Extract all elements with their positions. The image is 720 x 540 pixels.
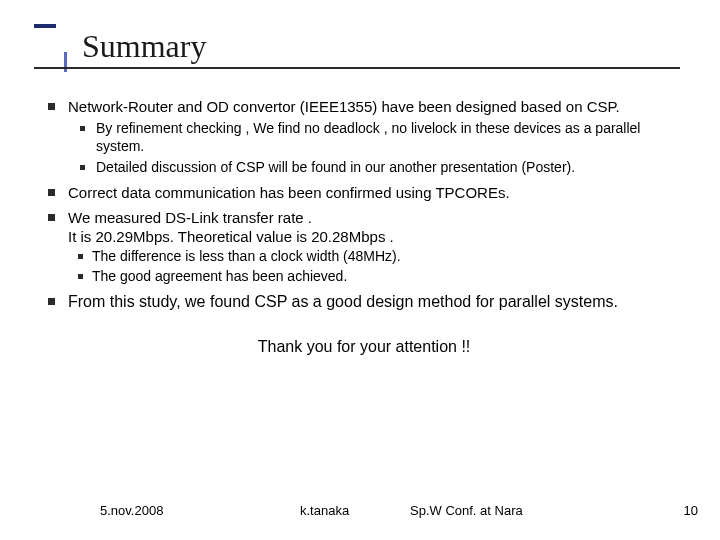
bullet-1a: By refinement checking , We find no dead… bbox=[68, 120, 680, 156]
footer-author: k.tanaka bbox=[300, 503, 410, 518]
slide-body: Network-Router and OD convertor (IEEE135… bbox=[0, 65, 720, 357]
thanks-line: Thank you for your attention !! bbox=[48, 337, 680, 357]
bullet-3-line2: It is 20.29Mbps. Theoretical value is 20… bbox=[68, 228, 394, 245]
footer-conference: Sp.W Conf. at Nara bbox=[410, 503, 523, 518]
bullet-3-text: We measured DS-Link transfer rate . bbox=[68, 209, 312, 226]
bullet-2: Correct data communication has been conf… bbox=[48, 183, 680, 202]
footer-date: 5.nov.2008 bbox=[100, 503, 300, 518]
title-underline bbox=[34, 67, 680, 69]
bullet-1: Network-Router and OD convertor (IEEE135… bbox=[48, 97, 680, 177]
bullet-3: We measured DS-Link transfer rate . It i… bbox=[48, 208, 680, 286]
slide-title: Summary bbox=[82, 28, 720, 65]
slide-title-block: Summary bbox=[0, 0, 720, 65]
footer-page-number: 10 bbox=[684, 503, 698, 518]
bullet-1b: Detailed discussion of CSP will be found… bbox=[68, 159, 680, 177]
accent-bar-icon bbox=[64, 52, 67, 72]
bullet-3a: The difference is less than a clock widt… bbox=[68, 248, 680, 266]
bullet-4: From this study, we found CSP as a good … bbox=[48, 292, 680, 312]
accent-dash-icon bbox=[34, 24, 56, 28]
bullet-3b: The good agreement has been achieved. bbox=[68, 268, 680, 286]
slide-footer: 5.nov.2008 k.tanaka Sp.W Conf. at Nara 1… bbox=[0, 503, 720, 518]
bullet-1-text: Network-Router and OD convertor (IEEE135… bbox=[68, 98, 620, 115]
